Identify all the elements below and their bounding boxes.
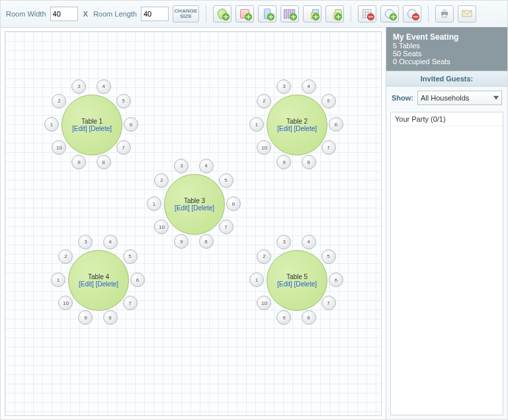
plus-icon [222, 13, 230, 21]
zoom-in-button[interactable] [380, 5, 399, 22]
table-edit-link[interactable]: [Edit] [277, 280, 292, 288]
app-root: Room Width X Room Length CHANGE SIZE [0, 0, 508, 420]
seat[interactable]: 5 [116, 94, 131, 108]
seat[interactable]: 10 [154, 220, 169, 234]
table-edit-link[interactable]: [Edit] [175, 204, 190, 212]
seat[interactable]: 1 [51, 273, 65, 287]
table-group[interactable]: Table 5[Edit] [Delete]12345678910 [240, 224, 353, 336]
table-group[interactable]: Table 3[Edit] [Delete]12345678910 [138, 147, 250, 260]
seat[interactable]: 6 [329, 273, 343, 287]
table-delete-link[interactable]: [Delete] [294, 125, 317, 132]
seat[interactable]: 2 [257, 249, 271, 264]
seat[interactable]: 6 [130, 273, 145, 287]
table-name: Table 5 [286, 273, 308, 280]
seat[interactable]: 2 [58, 249, 73, 264]
seat[interactable]: 6 [329, 117, 343, 132]
table-delete-link[interactable]: [Delete] [89, 125, 112, 132]
table-circle[interactable]: Table 3[Edit] [Delete] [164, 174, 225, 235]
table-circle[interactable]: Table 5[Edit] [Delete] [267, 250, 327, 311]
seat[interactable]: 9 [276, 155, 291, 169]
seat[interactable]: 10 [257, 296, 271, 310]
table-circle[interactable]: Table 1[Edit] [Delete] [62, 95, 122, 155]
seat[interactable]: 9 [78, 310, 93, 325]
seat[interactable]: 1 [249, 117, 264, 132]
seat[interactable]: 8 [97, 155, 111, 169]
seat[interactable]: 6 [226, 196, 241, 211]
seat[interactable]: 1 [44, 117, 59, 132]
seat[interactable]: 7 [321, 296, 336, 310]
seat[interactable]: 8 [103, 310, 118, 325]
toggle-grid-button[interactable] [358, 5, 376, 22]
table-delete-link[interactable]: [Delete] [192, 204, 214, 212]
seat[interactable]: 4 [302, 79, 316, 94]
seat[interactable]: 3 [78, 235, 93, 249]
seat[interactable]: 2 [52, 94, 66, 108]
seat[interactable]: 6 [124, 117, 138, 132]
seat[interactable]: 9 [71, 155, 86, 169]
add-object-button[interactable] [303, 5, 321, 22]
table-edit-link[interactable]: [Edit] [72, 125, 87, 132]
table-edit-link[interactable]: [Edit] [277, 125, 292, 132]
seat[interactable]: 3 [276, 79, 291, 94]
add-round-table-button[interactable] [213, 5, 232, 22]
room-length-input[interactable] [141, 7, 169, 21]
seat[interactable]: 3 [174, 159, 189, 173]
table-circle[interactable]: Table 4[Edit] [Delete] [68, 250, 129, 311]
table-edit-link[interactable]: [Edit] [79, 280, 94, 288]
add-shape-button[interactable] [325, 5, 344, 22]
seat[interactable]: 3 [276, 235, 291, 249]
seat[interactable]: 8 [199, 234, 214, 249]
change-size-button[interactable]: CHANGE SIZE [173, 5, 199, 22]
seat[interactable]: 7 [116, 140, 131, 155]
seat[interactable]: 8 [302, 155, 316, 169]
event-title: My Event Seating [393, 32, 501, 42]
seat[interactable]: 9 [276, 310, 291, 325]
seat[interactable]: 5 [321, 94, 336, 108]
seat[interactable]: 10 [58, 296, 73, 310]
table-group[interactable]: Table 2[Edit] [Delete]12345678910 [240, 68, 353, 181]
seat[interactable]: 10 [52, 140, 66, 155]
seat[interactable]: 5 [123, 249, 138, 264]
seat[interactable]: 10 [257, 140, 271, 155]
table-links: [Edit] [Delete] [175, 204, 214, 212]
seat[interactable]: 7 [321, 140, 336, 155]
seat[interactable]: 1 [249, 273, 264, 287]
email-button[interactable] [458, 5, 476, 22]
household-select[interactable]: All Households [417, 91, 502, 105]
plus-icon [335, 13, 342, 21]
summary-seats: 50 Seats [393, 50, 501, 58]
seat[interactable]: 5 [321, 249, 336, 264]
seat[interactable]: 7 [219, 220, 233, 234]
seat[interactable]: 4 [302, 235, 316, 249]
table-delete-link[interactable]: [Delete] [294, 280, 317, 288]
guest-row[interactable]: Your Party (0/1) [391, 112, 503, 126]
zoom-out-button[interactable] [403, 5, 421, 22]
floor-canvas[interactable]: Table 1[Edit] [Delete]12345678910Table 2… [5, 31, 382, 416]
seat[interactable]: 2 [257, 94, 271, 108]
table-group[interactable]: Table 4[Edit] [Delete]12345678910 [42, 224, 154, 336]
guest-list[interactable]: Your Party (0/1) [390, 112, 503, 415]
seat[interactable]: 3 [71, 79, 86, 94]
seat[interactable]: 4 [97, 79, 111, 94]
seat[interactable]: 8 [302, 310, 316, 325]
add-rect-table-button[interactable] [258, 5, 276, 22]
print-button[interactable] [435, 5, 454, 22]
minus-icon [367, 13, 374, 21]
seat[interactable]: 9 [174, 234, 189, 249]
seat[interactable]: 4 [103, 235, 118, 249]
add-square-table-button[interactable] [235, 5, 254, 22]
seat[interactable]: 5 [219, 173, 233, 188]
show-filter-row: Show: All Households [386, 87, 507, 109]
table-delete-link[interactable]: [Delete] [96, 280, 118, 288]
add-row-button[interactable] [280, 5, 299, 22]
seat[interactable]: 7 [123, 296, 138, 310]
seat[interactable]: 4 [199, 159, 214, 173]
summary-tables: 5 Tables [393, 42, 501, 50]
table-group[interactable]: Table 1[Edit] [Delete]12345678910 [35, 68, 148, 181]
toolbar-separator [428, 5, 429, 22]
seat[interactable]: 2 [154, 173, 169, 188]
dimension-x: X [83, 10, 88, 18]
table-circle[interactable]: Table 2[Edit] [Delete] [267, 95, 327, 155]
seat[interactable]: 1 [147, 196, 161, 211]
room-width-input[interactable] [50, 7, 78, 21]
